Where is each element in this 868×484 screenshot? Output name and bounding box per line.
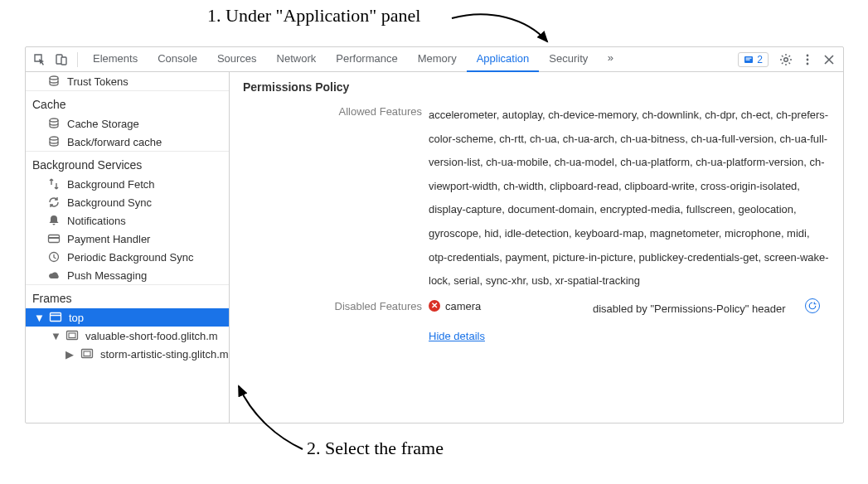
frame-label: top [69,312,84,324]
disabled-feature-name: camera [445,300,481,312]
svg-rect-15 [51,313,61,322]
iframe-icon [65,329,79,342]
sidebar-item-label: Notifications [67,215,126,227]
db-icon [47,135,61,148]
frame-tree-child[interactable]: ▶ storm-artistic-sting.glitch.m [26,345,229,363]
inspect-icon[interactable] [29,49,51,70]
hide-details-link[interactable]: Hide details [429,330,485,342]
disabled-feature-reason: disabled by "Permissions-Policy" header [593,297,798,318]
frame-tree-root[interactable]: ▼ top [26,308,229,327]
sidebar-item-label: Payment Handler [67,233,150,245]
sidebar-item-cache-storage[interactable]: Cache Storage [26,114,229,133]
issues-chip[interactable]: 2 [738,52,769,67]
tab-security[interactable]: Security [539,47,598,72]
sidebar-item-payment[interactable]: Payment Handler [26,230,229,248]
svg-rect-1 [61,57,66,65]
svg-point-10 [50,119,58,122]
annotation-arrow-1 [448,10,564,51]
sidebar-section-frames: Frames [26,284,229,308]
svg-point-7 [807,58,809,60]
reload-icon[interactable] [805,298,820,313]
sidebar-item-bfcache[interactable]: Back/forward cache [26,133,229,151]
svg-point-9 [50,76,58,80]
tab-network[interactable]: Network [267,47,327,72]
fetch-icon [47,177,61,191]
twisty-down-icon: ▼ [34,312,42,324]
sidebar-item-bg-sync[interactable]: Background Sync [26,193,229,211]
iframe-icon [80,347,94,361]
error-icon: ✕ [429,300,440,312]
tab-memory[interactable]: Memory [408,47,467,72]
svg-rect-17 [69,333,75,338]
svg-rect-4 [746,59,750,60]
sidebar-item-label: Trust Tokens [67,75,129,88]
twisty-down-icon: ▼ [51,330,59,342]
cloud-icon [47,269,61,282]
disabled-feature-row: ✕ camera disabled by "Permissions-Policy… [429,297,830,318]
section-title: Permissions Policy [230,72,843,99]
annotation-2: 2. Select the frame [307,438,444,459]
sidebar-item-label: Push Messaging [67,269,147,282]
tab-sources[interactable]: Sources [207,47,267,72]
svg-rect-19 [84,351,90,356]
svg-rect-3 [746,57,752,58]
frame-label: storm-artistic-sting.glitch.m [100,348,229,361]
tab-console[interactable]: Console [148,47,207,72]
db-icon [47,75,61,88]
frame-tree-child[interactable]: ▼ valuable-short-food.glitch.m [26,327,229,345]
sidebar-item-label: Periodic Background Sync [67,251,193,264]
bell-icon [47,214,61,227]
sidebar-item-notifications[interactable]: Notifications [26,211,229,230]
sidebar-item-label: Back/forward cache [67,136,162,148]
kebab-icon[interactable] [797,49,818,70]
svg-point-5 [784,57,788,61]
sidebar-section-bg: Background Services [26,151,229,175]
allowed-features-label: Allowed Features [243,102,422,293]
svg-point-6 [807,54,809,56]
application-sidebar: Trust Tokens Cache Cache Storage [26,72,230,423]
devtools-window: Elements Console Sources Network Perform… [25,46,844,424]
sidebar-item-push[interactable]: Push Messaging [26,266,229,284]
settings-icon[interactable] [775,49,797,70]
sidebar-item-bg-fetch[interactable]: Background Fetch [26,175,229,193]
sidebar-section-cache: Cache [26,90,229,114]
sidebar-item-label: Background Sync [67,196,152,209]
clock-icon [47,250,61,264]
tab-application[interactable]: Application [467,47,540,72]
svg-point-11 [50,137,58,140]
sidebar-item-trust-tokens[interactable]: Trust Tokens [26,72,229,90]
tab-strip: Elements Console Sources Network Perform… [83,47,623,72]
device-toggle-icon[interactable] [51,49,72,70]
allowed-features-value: accelerometer, autoplay, ch-device-memor… [429,102,830,293]
disabled-features-label: Disabled Features [243,293,422,342]
tab-elements[interactable]: Elements [83,47,148,72]
issues-count: 2 [757,54,763,65]
sidebar-item-label: Background Fetch [67,178,155,191]
window-icon [49,311,62,324]
card-icon [47,232,61,245]
svg-point-8 [807,62,809,65]
main-content: Permissions Policy Allowed Features acce… [230,72,843,423]
sidebar-item-periodic-sync[interactable]: Periodic Background Sync [26,248,229,266]
close-icon[interactable] [818,49,840,70]
twisty-right-icon: ▶ [65,348,74,361]
frame-label: valuable-short-food.glitch.m [85,330,218,342]
tab-performance[interactable]: Performance [326,47,407,72]
db-icon [47,117,61,130]
svg-rect-13 [49,237,60,239]
more-tabs-icon[interactable]: » [598,47,623,69]
main-toolbar: Elements Console Sources Network Perform… [26,47,843,72]
sidebar-item-label: Cache Storage [67,118,139,130]
sync-icon [47,196,61,209]
annotation-1: 1. Under "Application" panel [207,5,420,27]
issues-icon [744,55,754,65]
